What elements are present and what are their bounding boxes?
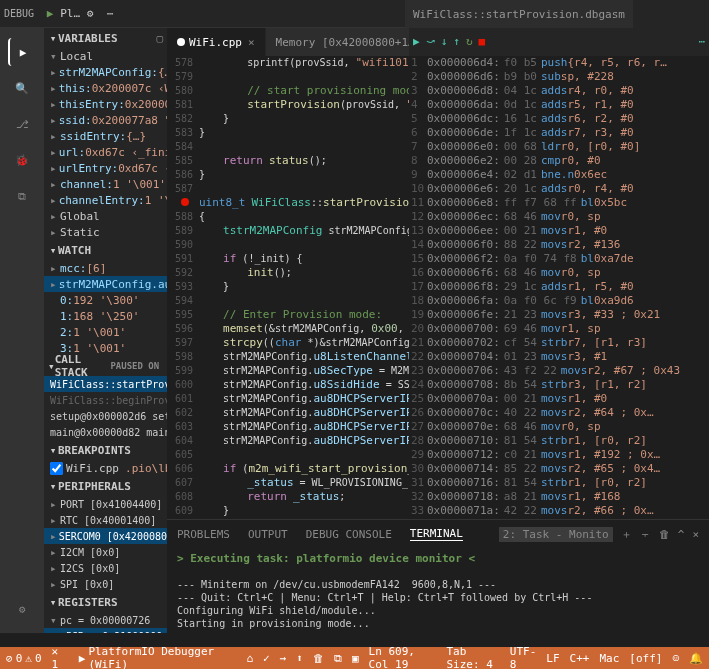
close-panel-icon[interactable]: × (692, 528, 699, 541)
asm-row: 290x00000712:c0 21 movs r1, #192 ; 0x… (409, 448, 709, 462)
status-position[interactable]: Ln 609, Col 19 (369, 645, 437, 669)
step-over-icon[interactable]: ⤻ (426, 35, 435, 49)
tab-memory[interactable]: Memory [0x42000800+1… (266, 28, 426, 56)
terminal-panel: PROBLEMS OUTPUT DEBUG CONSOLE TERMINAL 2… (167, 519, 709, 633)
upload-icon[interactable]: ⬆ (296, 652, 303, 665)
variable-row[interactable]: ▸ssidEntry: {…} (44, 128, 167, 144)
variable-row[interactable]: ▸thisEntry: 0x200007c0 … (44, 96, 167, 112)
check-icon[interactable]: ✓ (263, 652, 270, 665)
variable-row[interactable]: ▸strM2MAPConfig: {…} (44, 64, 167, 80)
terminal-tabs: PROBLEMS OUTPUT DEBUG CONSOLE TERMINAL 2… (167, 520, 709, 548)
watch-row[interactable]: 2: 1 '\001' (44, 324, 167, 340)
status-eol[interactable]: LF (546, 645, 559, 669)
search-icon[interactable]: 🔍 (8, 74, 36, 102)
asm-row: 60x000006de:1f 1c adds r7, r3, #0 (409, 126, 709, 140)
bell-icon[interactable]: 🔔 (689, 645, 703, 669)
debug-sidebar: ▾VARIABLES▢ ▾Local ▸strM2MAPConfig: {…}▸… (44, 28, 167, 633)
tab-debug-console[interactable]: DEBUG CONSOLE (306, 528, 392, 541)
asm-row: 140x000006f0:88 22 movs r2, #136 (409, 238, 709, 252)
stop-icon[interactable]: ■ (479, 35, 486, 49)
status-debugger[interactable]: ▶ PlatformIO Debugger (WiFi) (79, 645, 237, 669)
feedback-icon[interactable]: ☺ (672, 645, 679, 669)
gear-icon[interactable]: ⚙ (82, 6, 98, 22)
scope-global[interactable]: ▸Global (44, 208, 167, 224)
status-language[interactable]: C++ (570, 645, 590, 669)
asm-row: 200x00000700:69 46 mov r1, sp (409, 322, 709, 336)
status-encoding[interactable]: UTF-8 (510, 645, 537, 669)
peripherals-header[interactable]: ▾PERIPHERALS (44, 476, 167, 496)
continue-icon[interactable]: ▶ (42, 6, 58, 22)
home-icon[interactable]: ⌂ (246, 652, 253, 665)
settings-icon[interactable]: ⚙ (8, 595, 36, 623)
status-errors[interactable]: ⊘ 0 ⚠ 0 (6, 652, 42, 665)
callstack-row[interactable]: WiFiClass::beginProvision@… (44, 392, 167, 408)
register-row[interactable]: ▾xPSR = 0x21000000 (44, 628, 167, 633)
more-icon[interactable]: ⋯ (102, 6, 118, 22)
tab-output[interactable]: OUTPUT (248, 528, 288, 541)
asm-row: 160x000006f6:68 46 mov r0, sp (409, 266, 709, 280)
peripheral-row[interactable]: ▸I2CS [0x0] (44, 560, 167, 576)
close-icon[interactable]: × (248, 36, 255, 49)
callstack-header[interactable]: ▾CALL STACK PAUSED ON ST… (44, 356, 167, 376)
status-mac[interactable]: Mac (599, 645, 619, 669)
tab-terminal[interactable]: TERMINAL (410, 527, 463, 541)
registers-header[interactable]: ▾REGISTERS (44, 592, 167, 612)
terminal-body[interactable]: > Executing task: platformio device moni… (167, 548, 709, 634)
maximize-icon[interactable]: ^ (678, 528, 685, 541)
variable-row[interactable]: ▸urlEntry: 0xd67c ‹_fin… (44, 160, 167, 176)
split-terminal-icon[interactable]: ⫟ (640, 528, 651, 541)
status-tabsize[interactable]: Tab Size: 4 (446, 645, 499, 669)
scope-local[interactable]: ▾Local (44, 48, 167, 64)
serial-icon[interactable]: ⧉ (334, 652, 342, 665)
callstack-row[interactable]: WiFiClass::startProvision@… (44, 376, 167, 392)
callstack-row[interactable]: setup@0x000002d6 setup… (44, 408, 167, 424)
breakpoint-row[interactable]: WiFi.cpp .pio\lb… 588 (44, 460, 167, 476)
trash2-icon[interactable]: 🗑 (313, 652, 324, 665)
peripheral-row[interactable]: ▸PORT [0x41004400] (44, 496, 167, 512)
watch-row[interactable]: ▸mcc: [6] (44, 260, 167, 276)
terminal-picker[interactable]: 2: Task - Monito (499, 527, 613, 542)
asm-row: 270x0000070e:68 46 mov r0, sp (409, 420, 709, 434)
scm-icon[interactable]: ⎇ (8, 110, 36, 138)
tab-asm[interactable]: WiFiClass::startProvision.dbgasm (405, 0, 634, 28)
tab-wifi-cpp[interactable]: WiFi.cpp× (167, 28, 266, 56)
variable-row[interactable]: ▸ssid: 0x200077a8 "AA… (44, 112, 167, 128)
peripheral-row[interactable]: ▸SERCOM0 [0x42000800… (44, 528, 167, 544)
term-icon[interactable]: ▣ (352, 652, 359, 665)
extensions-icon[interactable]: ⧉ (8, 182, 36, 210)
asm-row: 40x000006da:0d 1c adds r5, r1, #0 (409, 98, 709, 112)
watch-row[interactable]: 1: 168 '\250' (44, 308, 167, 324)
status-off[interactable]: [off] (629, 645, 662, 669)
variable-row[interactable]: ▸url: 0xd67c ‹_fini+752›… (44, 144, 167, 160)
arrow-icon[interactable]: → (280, 652, 287, 665)
breakpoint-checkbox[interactable] (50, 462, 63, 475)
watch-header[interactable]: ▾WATCH (44, 240, 167, 260)
restart-icon[interactable]: ↻ (466, 35, 473, 49)
watch-row[interactable]: 0: 192 '\300' (44, 292, 167, 308)
more-icon[interactable]: ⋯ (698, 35, 705, 49)
variable-row[interactable]: ▸channelEntry: 1 '\001' (44, 192, 167, 208)
tab-problems[interactable]: PROBLEMS (177, 528, 230, 541)
step-into-icon[interactable]: ↓ (441, 35, 448, 49)
variable-row[interactable]: ▸channel: 1 '\001' (44, 176, 167, 192)
step-out-icon[interactable]: ↑ (453, 35, 460, 49)
config-picker[interactable]: Pl… (62, 6, 78, 22)
watch-row[interactable]: ▸strM2MAPConfig.au8DHCPServ… (44, 276, 167, 292)
variables-header[interactable]: ▾VARIABLES▢ (44, 28, 167, 48)
status-x[interactable]: ✕ 1 (52, 645, 69, 669)
callstack-row[interactable]: main@0x00000d82 main.d… (44, 424, 167, 440)
peripheral-row[interactable]: ▸SPI [0x0] (44, 576, 167, 592)
peripheral-row[interactable]: ▸I2CM [0x0] (44, 544, 167, 560)
breakpoints-header[interactable]: ▾BREAKPOINTS (44, 440, 167, 460)
trash-icon[interactable]: 🗑 (659, 528, 670, 541)
scope-static[interactable]: ▸Static (44, 224, 167, 240)
asm-row: 180x000006fa:0a f0 6c f9 bl 0xa9d6 (409, 294, 709, 308)
variable-row[interactable]: ▸this: 0x200007c ‹WiFi› (44, 80, 167, 96)
asm-row: 90x000006e4:02 d1 bne.n 0x6ec (409, 168, 709, 182)
debug-bug-icon[interactable]: 🐞 (8, 146, 36, 174)
continue-icon[interactable]: ▶ (413, 35, 420, 49)
register-row[interactable]: ▾pc = 0x00000726 (44, 612, 167, 628)
peripheral-row[interactable]: ▸RTC [0x40001400] (44, 512, 167, 528)
new-terminal-icon[interactable]: ＋ (621, 527, 632, 542)
run-debug-icon[interactable]: ▶ (8, 38, 36, 66)
